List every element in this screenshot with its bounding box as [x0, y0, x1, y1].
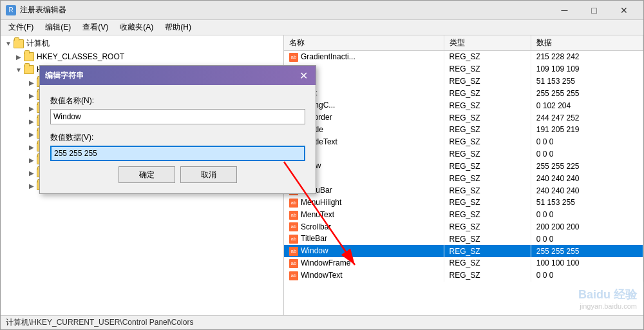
main-window: R 注册表编辑器 ─ □ ✕ 文件(F) 编辑(E) 查看(V) 收藏夹(A) … [0, 0, 644, 330]
dialog-title: 编辑字符串 [45, 70, 84, 81]
dialog-overlay: 编辑字符串 ✕ 数值名称(N): 数值数据(V): 确定 取消 [1, 1, 643, 329]
dialog-name-label: 数值名称(N): [50, 95, 305, 106]
dialog-titlebar: 编辑字符串 ✕ [40, 66, 316, 85]
edit-string-dialog: 编辑字符串 ✕ 数值名称(N): 数值数据(V): 确定 取消 [39, 65, 316, 194]
dialog-data-input[interactable] [50, 146, 305, 161]
dialog-data-label: 数值数据(V): [50, 132, 305, 143]
dialog-content: 数值名称(N): 数值数据(V): 确定 取消 [40, 85, 316, 193]
dialog-ok-button[interactable]: 确定 [118, 166, 175, 183]
dialog-buttons: 确定 取消 [50, 166, 305, 183]
dialog-name-input[interactable] [50, 109, 305, 124]
dialog-close-button[interactable]: ✕ [296, 68, 310, 82]
dialog-cancel-button[interactable]: 取消 [180, 166, 237, 183]
